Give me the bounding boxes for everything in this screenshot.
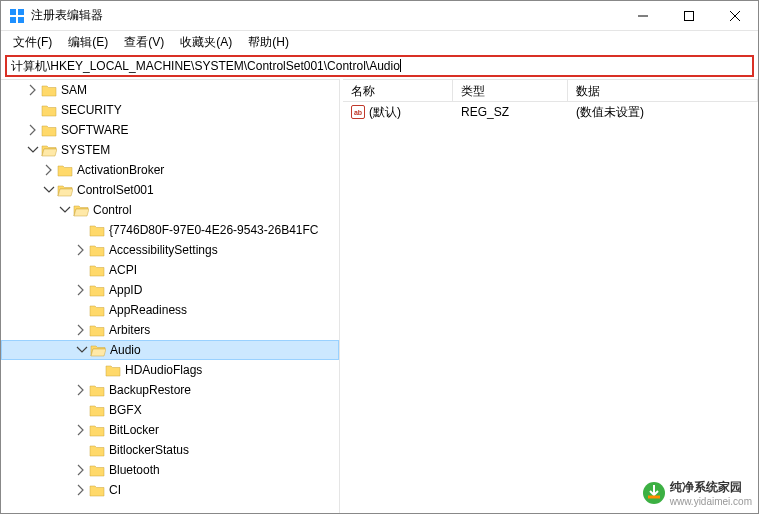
menu-help[interactable]: 帮助(H) <box>240 32 297 53</box>
tree-item[interactable]: ActivationBroker <box>1 160 339 180</box>
main-content: SAMSECURITYSOFTWARESYSTEMActivationBroke… <box>1 79 758 513</box>
tree-item[interactable]: CI <box>1 480 339 500</box>
folder-icon <box>41 123 57 137</box>
chevron-down-icon[interactable] <box>57 202 73 218</box>
list-cell-name: ab(默认) <box>343 104 453 121</box>
folder-icon <box>41 83 57 97</box>
watermark-text-2: www.yidaimei.com <box>670 496 752 507</box>
close-button[interactable] <box>712 1 758 30</box>
tree-item-label: {7746D80F-97E0-4E26-9543-26B41FC <box>109 223 318 237</box>
folder-icon <box>89 243 105 257</box>
expander-blank <box>73 442 89 458</box>
list-header-type[interactable]: 类型 <box>453 80 568 101</box>
tree-item-label: CI <box>109 483 121 497</box>
tree-item-label: BackupRestore <box>109 383 191 397</box>
tree-item-label: ACPI <box>109 263 137 277</box>
svg-rect-0 <box>10 9 16 15</box>
menu-edit[interactable]: 编辑(E) <box>60 32 116 53</box>
chevron-right-icon[interactable] <box>73 382 89 398</box>
address-bar[interactable]: 计算机\HKEY_LOCAL_MACHINE\SYSTEM\ControlSet… <box>5 55 754 77</box>
tree-item[interactable]: BitlockerStatus <box>1 440 339 460</box>
chevron-right-icon[interactable] <box>73 422 89 438</box>
tree-item-label: AppReadiness <box>109 303 187 317</box>
tree-item[interactable]: {7746D80F-97E0-4E26-9543-26B41FC <box>1 220 339 240</box>
tree-item[interactable]: Audio <box>1 340 339 360</box>
minimize-button[interactable] <box>620 1 666 30</box>
tree-item-label: BitLocker <box>109 423 159 437</box>
chevron-right-icon[interactable] <box>73 462 89 478</box>
folder-icon <box>89 423 105 437</box>
app-icon <box>9 8 25 24</box>
expander-blank <box>73 302 89 318</box>
tree-item[interactable]: BackupRestore <box>1 380 339 400</box>
expander-blank <box>89 362 105 378</box>
chevron-right-icon[interactable] <box>73 482 89 498</box>
tree-panel[interactable]: SAMSECURITYSOFTWARESYSTEMActivationBroke… <box>1 79 339 513</box>
chevron-right-icon[interactable] <box>73 282 89 298</box>
list-panel: 名称 类型 数据 ab(默认)REG_SZ(数值未设置) <box>343 79 758 513</box>
svg-rect-2 <box>10 17 16 23</box>
tree-item[interactable]: SECURITY <box>1 100 339 120</box>
tree-item[interactable]: AccessibilitySettings <box>1 240 339 260</box>
folder-icon <box>89 323 105 337</box>
expander-blank <box>25 102 41 118</box>
chevron-right-icon[interactable] <box>25 82 41 98</box>
chevron-down-icon[interactable] <box>25 142 41 158</box>
list-cell-data: (数值未设置) <box>568 104 758 121</box>
svg-rect-1 <box>18 9 24 15</box>
tree-item[interactable]: BGFX <box>1 400 339 420</box>
tree-item-label: SAM <box>61 83 87 97</box>
list-cell-name-text: (默认) <box>369 104 401 121</box>
menu-view[interactable]: 查看(V) <box>116 32 172 53</box>
tree-item-label: HDAudioFlags <box>125 363 202 377</box>
folder-open-icon <box>73 203 89 217</box>
tree-item[interactable]: AppReadiness <box>1 300 339 320</box>
folder-icon <box>89 443 105 457</box>
tree-item[interactable]: BitLocker <box>1 420 339 440</box>
menu-file[interactable]: 文件(F) <box>5 32 60 53</box>
chevron-right-icon[interactable] <box>73 242 89 258</box>
svg-rect-3 <box>18 17 24 23</box>
watermark-logo-icon <box>642 481 666 505</box>
tree-item[interactable]: HDAudioFlags <box>1 360 339 380</box>
list-body: ab(默认)REG_SZ(数值未设置) <box>343 102 758 122</box>
tree-item-label: ActivationBroker <box>77 163 164 177</box>
chevron-right-icon[interactable] <box>41 162 57 178</box>
chevron-down-icon[interactable] <box>74 342 90 358</box>
expander-blank <box>73 402 89 418</box>
tree-item-label: Arbiters <box>109 323 150 337</box>
list-row[interactable]: ab(默认)REG_SZ(数值未设置) <box>343 102 758 122</box>
tree-item-label: Control <box>93 203 132 217</box>
folder-icon <box>89 383 105 397</box>
tree-item-label: SYSTEM <box>61 143 110 157</box>
menu-favorites[interactable]: 收藏夹(A) <box>172 32 240 53</box>
chevron-right-icon[interactable] <box>25 122 41 138</box>
tree-item[interactable]: Bluetooth <box>1 460 339 480</box>
menubar: 文件(F) 编辑(E) 查看(V) 收藏夹(A) 帮助(H) <box>1 31 758 53</box>
tree-item-label: SOFTWARE <box>61 123 129 137</box>
folder-icon <box>89 303 105 317</box>
tree-item[interactable]: SYSTEM <box>1 140 339 160</box>
list-header-data[interactable]: 数据 <box>568 80 758 101</box>
tree-item-label: Bluetooth <box>109 463 160 477</box>
list-header-name[interactable]: 名称 <box>343 80 453 101</box>
folder-icon <box>89 223 105 237</box>
folder-icon <box>89 483 105 497</box>
tree-item[interactable]: ControlSet001 <box>1 180 339 200</box>
maximize-button[interactable] <box>666 1 712 30</box>
list-cell-type: REG_SZ <box>453 105 568 119</box>
folder-icon <box>89 263 105 277</box>
tree-item[interactable]: ACPI <box>1 260 339 280</box>
address-bar-text: 计算机\HKEY_LOCAL_MACHINE\SYSTEM\ControlSet… <box>11 58 400 75</box>
list-header: 名称 类型 数据 <box>343 80 758 102</box>
chevron-down-icon[interactable] <box>41 182 57 198</box>
expander-blank <box>73 222 89 238</box>
tree-item[interactable]: SAM <box>1 80 339 100</box>
tree-item[interactable]: Arbiters <box>1 320 339 340</box>
tree-item[interactable]: Control <box>1 200 339 220</box>
tree-item[interactable]: SOFTWARE <box>1 120 339 140</box>
tree-item[interactable]: AppID <box>1 280 339 300</box>
folder-icon <box>41 103 57 117</box>
folder-icon <box>89 463 105 477</box>
chevron-right-icon[interactable] <box>73 322 89 338</box>
